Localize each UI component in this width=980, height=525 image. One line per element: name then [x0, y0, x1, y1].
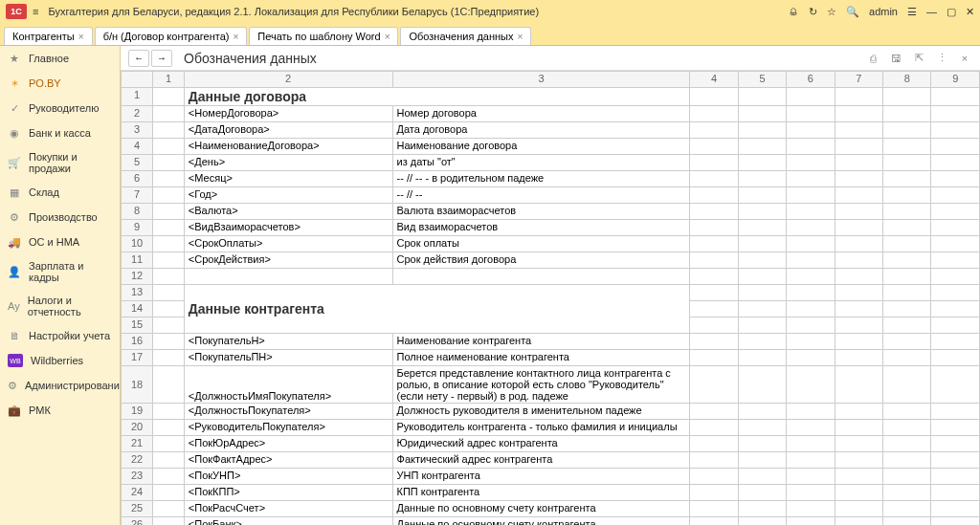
cell[interactable]: Наименование договора [392, 139, 690, 155]
row-header[interactable]: 13 [122, 285, 153, 301]
row-header[interactable]: 7 [122, 187, 153, 204]
row-header[interactable]: 9 [122, 220, 153, 236]
cell[interactable]: <ПокРасчСчет> [184, 501, 392, 517]
row-header[interactable]: 15 [122, 317, 153, 334]
tab-contract[interactable]: б/н (Договор контрагента)× [95, 27, 248, 45]
cell[interactable]: Срок действия договора [392, 252, 690, 269]
row-header[interactable]: 26 [122, 517, 153, 526]
row-header[interactable]: 25 [122, 501, 153, 517]
print-icon[interactable]: ⎙ [865, 51, 880, 66]
row-header[interactable]: 23 [122, 469, 153, 485]
row-header[interactable]: 3 [122, 122, 153, 139]
col-header[interactable]: 4 [690, 72, 738, 88]
sidebar-item-poby[interactable]: ✶PO.BY [0, 71, 120, 96]
row-header[interactable]: 2 [122, 106, 153, 122]
cell[interactable]: <ПокБанк> [184, 517, 392, 526]
cell[interactable]: Вид взаиморасчетов [392, 220, 690, 236]
close-icon[interactable]: × [233, 32, 238, 42]
search-icon[interactable]: 🔍 [846, 6, 859, 18]
cell[interactable]: <НомерДоговора> [184, 106, 392, 122]
cell[interactable]: <ВидВзаиморасчетов> [184, 220, 392, 236]
cell[interactable]: <ДолжностьПокупателя> [184, 404, 392, 420]
history-icon[interactable]: ↻ [809, 6, 817, 18]
sidebar-item-wb[interactable]: WBWildberries [0, 348, 120, 373]
row-header[interactable]: 22 [122, 452, 153, 469]
corner-cell[interactable] [122, 72, 153, 88]
row-header[interactable]: 17 [122, 350, 153, 366]
menu-icon[interactable]: ≡ [33, 6, 38, 17]
spreadsheet[interactable]: 1 2 3 4 5 6 7 8 9 1Данные договора 2<Ном… [121, 71, 980, 525]
cell[interactable]: <ПокФактАдрес> [184, 452, 392, 469]
sidebar-item-production[interactable]: ⚙Производство [0, 205, 120, 230]
sidebar-item-admin[interactable]: ⚙Администрирование [0, 373, 120, 398]
star-icon[interactable]: ☆ [827, 6, 836, 18]
minimize-icon[interactable]: — [926, 6, 937, 17]
cell[interactable]: Берется представление контактного лица к… [392, 366, 690, 404]
close-icon[interactable]: × [78, 32, 84, 42]
settings-icon[interactable]: ☰ [907, 6, 917, 18]
cell[interactable]: <СрокОплаты> [184, 236, 392, 252]
tab-print-word[interactable]: Печать по шаблону Word× [249, 27, 398, 45]
cell[interactable]: Срок оплаты [392, 236, 690, 252]
tab-data-labels[interactable]: Обозначения данных× [400, 27, 531, 45]
more-icon[interactable]: ⋮ [934, 51, 949, 66]
cell[interactable]: Данные по основному счету контрагента [392, 517, 690, 526]
row-header[interactable]: 5 [122, 155, 153, 171]
close-icon[interactable]: × [957, 51, 972, 66]
col-header[interactable]: 1 [153, 72, 185, 88]
row-header[interactable]: 4 [122, 139, 153, 155]
cell[interactable]: <ПокКПП> [184, 485, 392, 501]
row-header[interactable]: 8 [122, 204, 153, 220]
row-header[interactable]: 14 [122, 301, 153, 317]
back-button[interactable]: ← [128, 50, 149, 67]
sidebar-item-rmk[interactable]: 💼РМК [0, 398, 120, 423]
cell[interactable]: Дата договора [392, 122, 690, 139]
cell[interactable]: <РуководительПокупателя> [184, 420, 392, 436]
row-header[interactable]: 12 [122, 269, 153, 285]
cell[interactable]: <ДолжностьИмяПокупателя> [184, 366, 392, 404]
cell[interactable]: Наименование контрагента [392, 334, 690, 350]
tab-contragents[interactable]: Контрагенты× [4, 27, 93, 45]
cell[interactable]: -- // -- - в родительном падеже [392, 171, 690, 187]
cell[interactable]: <Месяц> [184, 171, 392, 187]
cell[interactable]: Полное наименование контрагента [392, 350, 690, 366]
row-header[interactable]: 16 [122, 334, 153, 350]
cell[interactable]: Данные по основному счету контрагента [392, 501, 690, 517]
cell[interactable]: <Год> [184, 187, 392, 204]
row-header[interactable]: 10 [122, 236, 153, 252]
row-header[interactable]: 19 [122, 404, 153, 420]
row-header[interactable]: 24 [122, 485, 153, 501]
cell[interactable]: Руководитель контрагента - только фамили… [392, 420, 690, 436]
close-icon[interactable]: × [518, 32, 523, 42]
cell[interactable]: <СрокДействия> [184, 252, 392, 269]
row-header[interactable]: 1 [122, 88, 153, 106]
cell[interactable]: <ПокупательПН> [184, 350, 392, 366]
maximize-icon[interactable]: ▢ [947, 6, 956, 18]
cell[interactable]: УНП контрагента [392, 469, 690, 485]
sidebar-item-warehouse[interactable]: ▦Склад [0, 180, 120, 205]
save-icon[interactable]: 🖫 [888, 51, 903, 66]
sidebar-item-bank[interactable]: ◉Банк и касса [0, 120, 120, 145]
cell[interactable]: из даты "от" [392, 155, 690, 171]
row-header[interactable]: 21 [122, 436, 153, 452]
export-icon[interactable]: ⇱ [911, 51, 926, 66]
col-header[interactable]: 6 [787, 72, 835, 88]
col-header[interactable]: 7 [835, 72, 882, 88]
sidebar-item-settings[interactable]: 🗎Настройки учета [0, 323, 120, 348]
cell[interactable]: Номер договора [392, 106, 690, 122]
cell[interactable]: Юридический адрес контрагента [392, 436, 690, 452]
sidebar-item-taxes[interactable]: АуНалоги и отчетность [0, 289, 120, 323]
sidebar-item-manager[interactable]: ✓Руководителю [0, 96, 120, 120]
cell[interactable]: <ПокупательН> [184, 334, 392, 350]
cell[interactable]: <Валюта> [184, 204, 392, 220]
cell[interactable]: Фактический адрес контрагента [392, 452, 690, 469]
sidebar-item-assets[interactable]: 🚚ОС и НМА [0, 230, 120, 254]
cell[interactable]: -- // -- [392, 187, 690, 204]
cell[interactable]: Должность руководителя в именительном па… [392, 404, 690, 420]
cell[interactable]: <ПокЮрАдрес> [184, 436, 392, 452]
col-header[interactable]: 5 [738, 72, 786, 88]
cell[interactable]: <НаименованиеДоговора> [184, 139, 392, 155]
cell[interactable]: Валюта взаиморасчетов [392, 204, 690, 220]
row-header[interactable]: 20 [122, 420, 153, 436]
sidebar-item-salary[interactable]: 👤Зарплата и кадры [0, 254, 120, 289]
